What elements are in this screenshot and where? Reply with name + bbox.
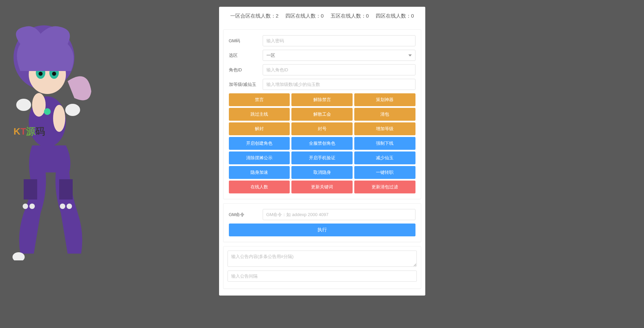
stealth-speed-button[interactable]: 隐身加速 — [229, 166, 290, 179]
notice-card — [223, 246, 421, 289]
watermark: KT源码 — [14, 125, 45, 138]
button-grid: 禁言 解除禁言 策划神器 跳过主线 解散工会 清包 解封 封号 增加等级 开启创… — [229, 93, 415, 193]
level-label: 加等级/减仙玉 — [229, 81, 263, 88]
reduce-xianyu-button[interactable]: 减少仙玉 — [354, 151, 415, 164]
skip-mainline-button[interactable]: 跳过主线 — [229, 108, 290, 121]
svg-point-17 — [16, 99, 31, 111]
cancel-stealth-button[interactable]: 取消隐身 — [291, 166, 353, 179]
gm-code-label: GM码 — [229, 38, 263, 44]
svg-point-16 — [13, 252, 25, 260]
character-illustration — [0, 17, 95, 260]
gm-command-input[interactable] — [263, 209, 415, 220]
svg-point-12 — [23, 204, 28, 209]
notice-interval-input[interactable] — [228, 271, 417, 282]
svg-point-1 — [29, 55, 66, 94]
svg-point-15 — [67, 204, 72, 209]
add-level-button[interactable]: 增加等级 — [354, 122, 415, 135]
main-panel: 一区合区在线人数：2 四区在线人数：0 五区在线人数：0 四区在线人数：0 GM… — [219, 7, 425, 296]
clear-stall-notice-button[interactable]: 清除摆摊公示 — [229, 151, 290, 164]
zone-select[interactable]: 一区 — [263, 50, 415, 61]
svg-point-18 — [65, 104, 80, 116]
enable-create-role-button[interactable]: 开启创建角色 — [229, 137, 290, 150]
control-card: GM码 选区 一区 角色ID 加等级/减仙玉 — [223, 29, 421, 199]
ban-button[interactable]: 封号 — [291, 122, 353, 135]
disable-create-role-button[interactable]: 全服禁创角色 — [291, 137, 353, 150]
stat-zone-1: 一区合区在线人数：2 — [230, 13, 279, 19]
disband-guild-button[interactable]: 解散工会 — [291, 108, 353, 121]
mute-button[interactable]: 禁言 — [229, 93, 290, 106]
zone-label: 选区 — [229, 52, 263, 58]
online-count-button[interactable]: 在线人数 — [229, 181, 290, 193]
stat-zone-5: 五区在线人数：0 — [331, 13, 369, 19]
svg-point-3 — [49, 67, 59, 79]
plan-artifact-button[interactable]: 策划神器 — [354, 93, 415, 106]
svg-point-5 — [52, 72, 56, 76]
svg-point-13 — [29, 204, 35, 209]
unban-button[interactable]: 解封 — [229, 122, 290, 135]
online-stats: 一区合区在线人数：2 四区在线人数：0 五区在线人数：0 四区在线人数：0 — [219, 7, 425, 25]
svg-point-7 — [32, 93, 46, 117]
gm-command-label: GM命令 — [229, 212, 263, 218]
svg-point-9 — [44, 108, 51, 115]
update-keyword-button[interactable]: 更新关键词 — [291, 181, 353, 193]
stat-zone-4a: 四区在线人数：0 — [285, 13, 324, 19]
svg-point-0 — [14, 25, 74, 90]
clear-bag-button[interactable]: 清包 — [354, 108, 415, 121]
role-id-input[interactable] — [263, 64, 415, 75]
stat-zone-4b: 四区在线人数：0 — [376, 13, 414, 19]
svg-point-2 — [36, 67, 45, 79]
svg-rect-11 — [59, 179, 73, 200]
svg-point-14 — [60, 204, 65, 209]
svg-rect-10 — [24, 179, 37, 200]
enable-phone-verify-button[interactable]: 开启手机验证 — [291, 151, 353, 164]
gm-command-card: GM命令 执行 — [223, 203, 421, 242]
update-clear-filter-button[interactable]: 更新清包过滤 — [354, 181, 415, 193]
svg-point-4 — [39, 72, 43, 76]
one-click-reclass-button[interactable]: 一键转职 — [354, 166, 415, 179]
svg-point-6 — [29, 96, 66, 147]
force-offline-button[interactable]: 强制下线 — [354, 137, 415, 150]
unmute-button[interactable]: 解除禁言 — [291, 93, 353, 106]
role-id-label: 角色ID — [229, 67, 263, 73]
gm-code-input[interactable] — [263, 35, 415, 46]
notice-content-input[interactable] — [228, 251, 417, 267]
execute-button[interactable]: 执行 — [229, 224, 415, 236]
level-input[interactable] — [263, 79, 415, 90]
svg-point-8 — [53, 105, 65, 132]
